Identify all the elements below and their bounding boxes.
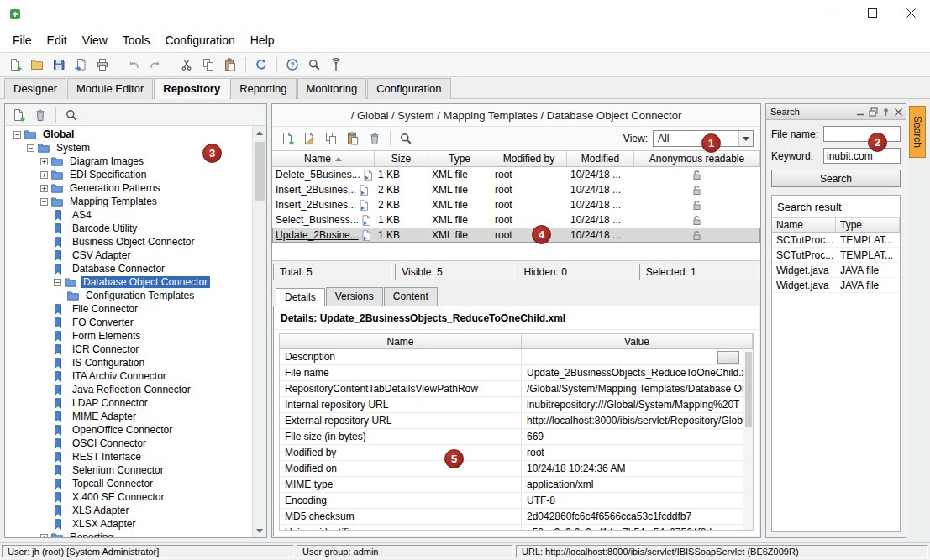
file-row[interactable]: Select_Business...1 KBXML fileroot10/24/… bbox=[272, 212, 760, 228]
save-button[interactable] bbox=[49, 55, 69, 75]
new-file-button[interactable] bbox=[5, 55, 25, 75]
menu-configuration[interactable]: Configuration bbox=[157, 30, 242, 50]
view-dropdown-button[interactable] bbox=[738, 131, 753, 146]
panel-float-icon[interactable] bbox=[869, 107, 878, 117]
column-header-name[interactable]: Name bbox=[272, 151, 375, 166]
tab-configuration[interactable]: Configuration bbox=[367, 78, 450, 99]
help-button[interactable]: ? bbox=[282, 55, 302, 75]
result-column-type[interactable]: Type bbox=[836, 218, 900, 232]
tree-item[interactable]: X.400 SE Connector bbox=[5, 490, 252, 504]
edit-button[interactable] bbox=[299, 128, 319, 149]
tree-item[interactable]: −Database Object Connector bbox=[5, 275, 252, 289]
tree-item[interactable]: Configuration Templates bbox=[5, 289, 252, 302]
panel-pin-icon[interactable] bbox=[881, 107, 891, 117]
maximize-button[interactable] bbox=[853, 0, 891, 29]
details-row[interactable]: Internal repository URLinubitrepository:… bbox=[280, 397, 753, 413]
keyword-input[interactable] bbox=[823, 148, 901, 164]
tree-item[interactable]: +Generation Patterns bbox=[5, 181, 252, 195]
cut-button[interactable] bbox=[176, 55, 197, 75]
docked-search-tab[interactable]: Search bbox=[909, 106, 926, 158]
tree-item[interactable]: File Connector bbox=[5, 302, 252, 316]
tree-item[interactable]: Form Elements bbox=[5, 329, 252, 343]
menu-view[interactable]: View bbox=[75, 30, 115, 50]
tree-item[interactable]: −Mapping Templates bbox=[5, 195, 252, 208]
search-result-row[interactable]: SCTutProc...TEMPLAT... bbox=[772, 233, 900, 248]
delete-button[interactable] bbox=[30, 105, 50, 125]
result-column-name[interactable]: Name bbox=[772, 218, 836, 232]
file-row[interactable]: Delete_5Busines...1 KBXML fileroot10/24/… bbox=[272, 167, 760, 182]
column-header-anonymous-readable[interactable]: Anonymous readable bbox=[634, 151, 760, 166]
tree-item[interactable]: LDAP Connector bbox=[5, 396, 252, 410]
details-row[interactable]: Modified on10/24/18 10:24:36 AM bbox=[280, 461, 753, 477]
tree-item[interactable]: IS Configuration bbox=[5, 356, 252, 369]
details-scrollbar[interactable] bbox=[743, 350, 753, 530]
tree-item[interactable]: Java Reflection Connector bbox=[5, 383, 252, 396]
tree-item[interactable]: +EDI Specification bbox=[5, 168, 252, 181]
tree-collapse-icon[interactable]: − bbox=[54, 279, 61, 286]
close-button[interactable] bbox=[891, 0, 930, 29]
tree-collapse-icon[interactable]: − bbox=[40, 198, 48, 206]
details-row[interactable]: Modified byroot bbox=[280, 445, 753, 461]
tree-item[interactable]: XLSX Adapter bbox=[5, 517, 252, 531]
new-file-button[interactable] bbox=[277, 128, 297, 149]
scrollbar-thumb[interactable] bbox=[745, 352, 752, 427]
tree-item[interactable]: Business Object Connector bbox=[5, 235, 252, 249]
column-header-modified-by[interactable]: Modified by bbox=[491, 151, 567, 166]
open-folder-button[interactable] bbox=[27, 55, 47, 75]
details-row[interactable]: File size (in bytes)669 bbox=[280, 429, 753, 445]
scrollbar-thumb[interactable] bbox=[255, 142, 265, 201]
column-header-type[interactable]: Type bbox=[428, 151, 491, 166]
tree-item[interactable]: CSV Adapter bbox=[5, 249, 252, 262]
tree-item[interactable]: OpenOffice Connector bbox=[5, 423, 252, 437]
search-button[interactable] bbox=[304, 55, 324, 75]
tree-item[interactable]: REST Interface bbox=[5, 450, 252, 463]
tree-expand-icon[interactable]: + bbox=[40, 171, 48, 179]
file-row[interactable]: Update_2Busine...1 KBXML fileroot10/24/1… bbox=[272, 228, 760, 243]
tree-item[interactable]: −Global bbox=[5, 128, 252, 141]
search-button[interactable]: Search bbox=[771, 170, 901, 187]
print-button[interactable] bbox=[92, 55, 113, 75]
search-result-row[interactable]: SCTutProc...TEMPLAT... bbox=[772, 248, 900, 263]
redo-button[interactable] bbox=[145, 55, 166, 75]
details-column-value[interactable]: Value bbox=[522, 334, 753, 348]
paste-button[interactable] bbox=[220, 55, 240, 75]
menu-edit[interactable]: Edit bbox=[39, 30, 75, 50]
tab-content[interactable]: Content bbox=[384, 287, 438, 306]
tree-item[interactable]: Selenium Connector bbox=[5, 463, 252, 477]
tree-item[interactable]: Topcall Connector bbox=[5, 477, 252, 490]
file-row[interactable]: Insert_2Busines...2 KBXML fileroot10/24/… bbox=[272, 197, 760, 212]
copy-button[interactable] bbox=[321, 128, 341, 149]
details-row[interactable]: Unique identifiera52ce9a9-0a0c-f14a-7b54… bbox=[280, 525, 753, 531]
import-button[interactable] bbox=[71, 55, 91, 75]
tab-monitoring[interactable]: Monitoring bbox=[297, 78, 367, 99]
scroll-up-button[interactable] bbox=[253, 126, 266, 139]
file-name-input[interactable] bbox=[823, 126, 901, 142]
search-result-row[interactable]: Widget.javaJAVA file bbox=[772, 263, 900, 278]
search-button[interactable] bbox=[61, 105, 81, 125]
panel-close-icon[interactable] bbox=[894, 107, 903, 117]
scroll-down-button[interactable] bbox=[253, 524, 266, 537]
minimize-button[interactable] bbox=[814, 0, 853, 29]
menu-file[interactable]: File bbox=[5, 30, 39, 50]
description-ellipsis-button[interactable]: ... bbox=[717, 351, 739, 364]
tree-item[interactable]: ICR Connector bbox=[5, 343, 252, 356]
details-row[interactable]: EncodingUTF-8 bbox=[280, 493, 753, 509]
tree-item[interactable]: +Reporting bbox=[5, 531, 252, 537]
tree-scrollbar[interactable] bbox=[252, 126, 266, 537]
tree-item[interactable]: AS4 bbox=[5, 208, 252, 222]
tab-details[interactable]: Details bbox=[276, 288, 325, 306]
column-header-size[interactable]: Size bbox=[375, 151, 428, 166]
panel-minimize-icon[interactable] bbox=[856, 107, 865, 117]
menu-tools[interactable]: Tools bbox=[115, 30, 158, 50]
details-row[interactable]: MIME typeapplication/xml bbox=[280, 477, 753, 493]
copy-button[interactable] bbox=[198, 55, 218, 75]
tree-collapse-icon[interactable]: − bbox=[27, 144, 34, 152]
details-column-name[interactable]: Name bbox=[280, 334, 522, 348]
details-row[interactable]: External repository URLhttp://localhost:… bbox=[280, 413, 753, 429]
search-button[interactable] bbox=[396, 128, 416, 149]
tree-item[interactable]: XLS Adapter bbox=[5, 504, 252, 517]
tab-designer[interactable]: Designer bbox=[4, 78, 66, 99]
tree-item[interactable]: FO Converter bbox=[5, 316, 252, 329]
new-file-button[interactable] bbox=[8, 105, 29, 125]
column-header-modified[interactable]: Modified bbox=[567, 151, 634, 166]
